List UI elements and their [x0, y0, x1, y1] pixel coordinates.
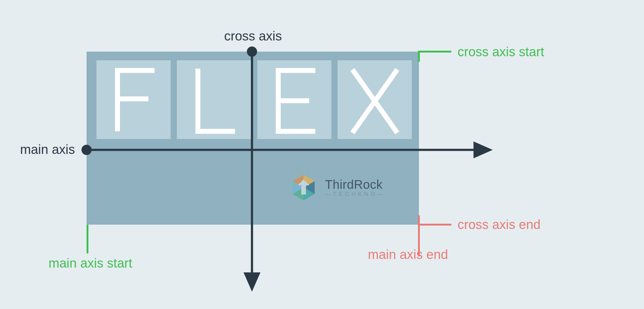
cross-axis-end-label: cross axis end [458, 217, 540, 232]
main-axis-label: main axis [20, 142, 75, 157]
svg-point-11 [83, 146, 91, 154]
flex-item-1 [177, 60, 251, 139]
flex-item-3 [338, 60, 412, 139]
main-axis-arrow-icon [83, 143, 490, 157]
diagram-canvas: cross axis main axis cross axis start cr… [0, 0, 644, 309]
letter-E-icon [276, 70, 315, 131]
cross-axis-label: cross axis [224, 29, 282, 44]
watermark-brand: ThirdRock [325, 178, 386, 191]
letter-X-icon [352, 70, 397, 133]
watermark: ThirdRock —TECHKNO— [289, 173, 386, 202]
letter-L-icon [195, 69, 235, 131]
svg-line-10 [352, 70, 397, 133]
main-axis-start-label: main axis start [49, 256, 132, 271]
cross-axis-start-label: cross axis start [458, 44, 544, 59]
main-axis-end-label: main axis end [368, 247, 448, 262]
cross-axis-arrow-icon [245, 48, 259, 289]
svg-marker-13 [475, 143, 490, 157]
watermark-brand-b: Rock [354, 178, 383, 191]
cross-axis-start-marker-icon [419, 51, 451, 62]
flex-item-2 [257, 60, 331, 139]
flex-item-0 [96, 60, 171, 139]
svg-point-14 [248, 48, 256, 56]
svg-marker-16 [245, 273, 259, 289]
watermark-brand-a: Third [325, 178, 354, 191]
flex-items [96, 60, 412, 139]
svg-line-9 [352, 70, 397, 133]
watermark-tagline: TECHKNO [333, 191, 377, 197]
watermark-logo-icon [289, 173, 318, 202]
letter-F-icon [115, 70, 155, 131]
